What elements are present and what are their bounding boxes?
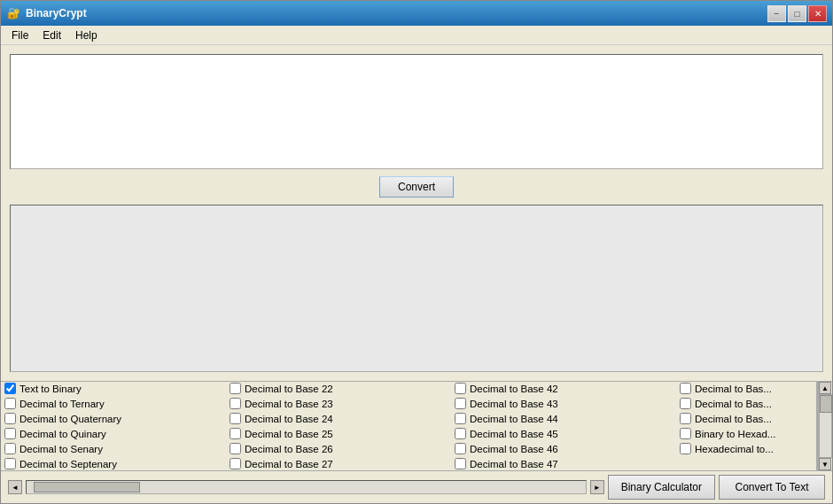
checkbox-col-1: Text to Binary Decimal to Ternary Decima… <box>1 382 226 470</box>
checkbox-base42[interactable] <box>455 383 466 394</box>
checkbox-col-4: Decimal to Bas... Decimal to Bas... Deci… <box>676 382 818 470</box>
label-col4-2: Decimal to Bas... <box>695 414 772 424</box>
list-item[interactable]: Decimal to Quaternary <box>1 412 226 425</box>
list-item[interactable]: Decimal to Base 22 <box>226 382 451 395</box>
checkbox-binary-hex[interactable] <box>680 428 691 439</box>
label-hex-to: Hexadecimal to... <box>695 444 774 454</box>
output-box <box>10 205 823 372</box>
list-item[interactable]: Decimal to Bas... <box>676 397 816 410</box>
scroll-up-button[interactable]: ▲ <box>819 382 831 394</box>
list-item[interactable]: Decimal to Base 47 <box>451 457 676 470</box>
convert-row: Convert <box>10 176 823 198</box>
label-ternary: Decimal to Ternary <box>19 399 105 409</box>
checkbox-col4-2[interactable] <box>680 413 691 424</box>
label-base46: Decimal to Base 46 <box>470 444 558 454</box>
list-item[interactable]: Decimal to Base 24 <box>226 412 451 425</box>
label-binary-hex: Binary to Hexad... <box>695 429 775 439</box>
list-item[interactable]: Decimal to Bas... <box>676 412 816 425</box>
label-quaternary: Decimal to Quaternary <box>19 414 121 424</box>
checkbox-base45[interactable] <box>455 428 466 439</box>
list-item[interactable]: Decimal to Base 45 <box>451 427 676 440</box>
checkbox-ternary[interactable] <box>4 398 16 409</box>
checkbox-base27[interactable] <box>230 458 241 469</box>
binary-calculator-button[interactable]: Binary Calculator <box>608 475 715 500</box>
checkbox-text-to-binary[interactable] <box>4 383 16 394</box>
checkbox-base46[interactable] <box>455 443 466 454</box>
convert-to-text-button[interactable]: Convert To Text <box>719 475 825 500</box>
checkbox-base24[interactable] <box>230 413 241 424</box>
main-window: 🔐 BinaryCrypt − □ ✕ File Edit Help Conve… <box>0 0 833 504</box>
checkbox-base44[interactable] <box>455 413 466 424</box>
label-base47: Decimal to Base 47 <box>470 459 558 469</box>
list-item[interactable]: Decimal to Base 46 <box>451 442 676 455</box>
list-item[interactable]: Decimal to Base 44 <box>451 412 676 425</box>
list-item[interactable]: Decimal to Base 27 <box>226 457 451 470</box>
minimize-button[interactable]: − <box>767 5 786 22</box>
checkbox-hex-to[interactable] <box>680 443 691 454</box>
list-item[interactable]: Decimal to Base 23 <box>226 397 451 410</box>
list-item[interactable]: Decimal to Base 43 <box>451 397 676 410</box>
list-item[interactable]: Decimal to Senary <box>1 442 226 455</box>
scroll-thumb[interactable] <box>820 395 832 413</box>
list-item[interactable]: Hexadecimal to... <box>676 442 816 455</box>
label-base26: Decimal to Base 26 <box>245 444 333 454</box>
list-item[interactable]: Decimal to Septenary <box>1 457 226 470</box>
close-button[interactable]: ✕ <box>808 5 827 22</box>
list-item[interactable]: Decimal to Base 26 <box>226 442 451 455</box>
scroll-left-button[interactable]: ◄ <box>8 480 22 494</box>
scroll-right-button[interactable]: ► <box>590 480 604 494</box>
label-col4-1: Decimal to Bas... <box>695 399 772 409</box>
input-textarea[interactable] <box>14 58 819 165</box>
checkbox-quinary[interactable] <box>4 428 16 439</box>
label-senary: Decimal to Senary <box>19 444 103 454</box>
label-quinary: Decimal to Quinary <box>19 429 106 439</box>
input-box <box>10 54 823 169</box>
convert-button[interactable]: Convert <box>379 176 454 198</box>
scroll-track[interactable] <box>819 394 832 458</box>
checkbox-col-3: Decimal to Base 42 Decimal to Base 43 De… <box>451 382 676 470</box>
checkbox-quaternary[interactable] <box>4 413 16 424</box>
label-base45: Decimal to Base 45 <box>470 429 558 439</box>
checkbox-base23[interactable] <box>230 398 241 409</box>
h-scroll-thumb[interactable] <box>34 482 140 492</box>
label-base25: Decimal to Base 25 <box>245 429 333 439</box>
list-item[interactable]: Decimal to Bas... <box>676 382 816 395</box>
list-item[interactable]: Text to Binary <box>1 382 226 395</box>
scroll-down-button[interactable]: ▼ <box>819 458 831 470</box>
label-text-to-binary: Text to Binary <box>19 384 82 394</box>
list-item[interactable]: Decimal to Base 42 <box>451 382 676 395</box>
checkbox-area: Text to Binary Decimal to Ternary Decima… <box>1 381 832 470</box>
label-base24: Decimal to Base 24 <box>245 414 333 424</box>
checkbox-columns: Text to Binary Decimal to Ternary Decima… <box>1 382 818 470</box>
window-controls: − □ ✕ <box>767 5 827 22</box>
list-item[interactable]: Decimal to Quinary <box>1 427 226 440</box>
checkbox-septenary[interactable] <box>4 458 16 469</box>
label-base22: Decimal to Base 22 <box>245 384 333 394</box>
checkbox-base47[interactable] <box>455 458 466 469</box>
label-col4-0: Decimal to Bas... <box>695 384 772 394</box>
label-base43: Decimal to Base 43 <box>470 399 558 409</box>
label-base44: Decimal to Base 44 <box>470 414 558 424</box>
menu-help[interactable]: Help <box>68 27 105 43</box>
menu-edit[interactable]: Edit <box>35 27 68 43</box>
checkbox-base26[interactable] <box>230 443 241 454</box>
menu-bar: File Edit Help <box>1 26 832 45</box>
bottom-bar: ◄ ► Binary Calculator Convert To Text <box>1 470 832 503</box>
checkbox-base22[interactable] <box>230 383 241 394</box>
checkbox-col4-0[interactable] <box>680 383 691 394</box>
list-item[interactable]: Binary to Hexad... <box>676 427 816 440</box>
list-item[interactable]: Decimal to Base 25 <box>226 427 451 440</box>
label-base42: Decimal to Base 42 <box>470 384 558 394</box>
maximize-button[interactable]: □ <box>788 5 806 22</box>
list-item[interactable]: Decimal to Ternary <box>1 397 226 410</box>
checkbox-base25[interactable] <box>230 428 241 439</box>
checkbox-col-2: Decimal to Base 22 Decimal to Base 23 De… <box>226 382 451 470</box>
horizontal-scrollbar[interactable] <box>26 480 587 494</box>
label-septenary: Decimal to Septenary <box>19 459 117 469</box>
checkbox-col4-1[interactable] <box>680 398 691 409</box>
label-base23: Decimal to Base 23 <box>245 399 333 409</box>
checkbox-base43[interactable] <box>455 398 466 409</box>
menu-file[interactable]: File <box>4 27 35 43</box>
window-title: BinaryCrypt <box>26 7 762 19</box>
checkbox-senary[interactable] <box>4 443 16 454</box>
